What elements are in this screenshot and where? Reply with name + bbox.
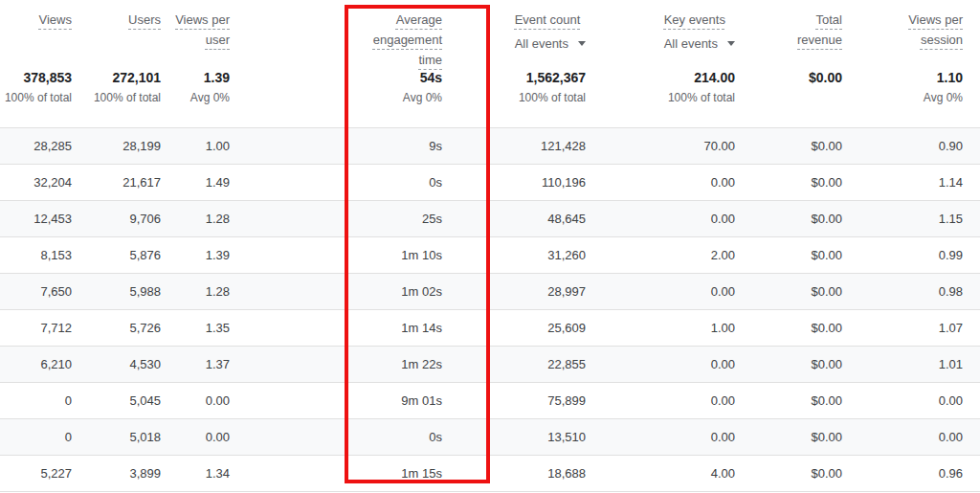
column-header-label[interactable]: Views per user — [172, 10, 230, 50]
column-header-views: Views — [0, 0, 81, 70]
cell-views-per-user: 1.34 — [170, 466, 239, 481]
totals-value: 214.00 — [595, 69, 735, 86]
table-body: 28,28528,1991.009s121,42870.00$0.000.903… — [0, 127, 980, 492]
cell-average-engagement-time: 1m 15s — [239, 466, 452, 481]
cell-average-engagement-time: 1m 10s — [239, 248, 452, 262]
column-header-views-per-session: Views per session — [852, 0, 980, 70]
cell-views: 6,210 — [0, 357, 81, 371]
cell-total-revenue: $0.00 — [745, 357, 852, 371]
events-filter-dropdown[interactable]: All events — [664, 34, 735, 54]
table-row: 32,20421,6171.490s110,1960.00$0.001.14 — [0, 164, 980, 200]
cell-views-per-user: 1.37 — [170, 357, 239, 371]
cell-total-revenue: $0.00 — [745, 466, 852, 481]
totals-cell: 272,101100% of total — [81, 69, 170, 127]
totals-subtext: Avg 0% — [852, 91, 963, 104]
column-header-key-events: Key eventsAll events — [595, 0, 745, 70]
column-header-label[interactable]: Views — [39, 10, 72, 30]
cell-event-count: 25,609 — [452, 321, 595, 335]
cell-users: 5,876 — [81, 248, 170, 262]
column-header-views-per-user: Views per user — [170, 0, 239, 70]
cell-users: 28,199 — [81, 139, 170, 153]
cell-views: 12,453 — [0, 212, 81, 226]
totals-value: $0.00 — [745, 69, 842, 86]
table-row: 5,2273,8991.341m 15s18,6884.00$0.000.96 — [0, 455, 980, 491]
cell-users: 21,617 — [81, 175, 170, 190]
cell-key-events: 0.00 — [595, 393, 745, 408]
cell-views: 0 — [0, 430, 81, 444]
column-header-block: Key eventsAll events — [664, 10, 735, 54]
column-header-label[interactable]: Event count — [515, 10, 581, 30]
cell-total-revenue: $0.00 — [745, 393, 852, 408]
cell-views-per-user: 1.35 — [170, 321, 239, 335]
cell-average-engagement-time: 0s — [239, 430, 452, 444]
cell-views-per-session: 1.07 — [852, 321, 980, 335]
chevron-down-icon — [578, 41, 586, 46]
cell-event-count: 18,688 — [452, 466, 595, 481]
cell-views: 32,204 — [0, 175, 81, 190]
cell-views-per-user: 0.00 — [170, 430, 239, 444]
table-row: 6,2104,5301.371m 22s22,8550.00$0.001.01 — [0, 346, 980, 382]
cell-views-per-session: 0.00 — [852, 430, 980, 444]
table-row: 7,6505,9881.281m 02s28,9970.00$0.000.98 — [0, 273, 980, 309]
table-row: 05,0180.000s13,5100.00$0.000.00 — [0, 418, 980, 455]
column-header-label[interactable]: Key events — [664, 10, 725, 30]
cell-average-engagement-time: 1m 02s — [239, 284, 452, 299]
cell-average-engagement-time: 1m 22s — [239, 357, 452, 371]
cell-views-per-session: 0.00 — [852, 393, 980, 408]
column-header-label[interactable]: Views per session — [903, 10, 963, 50]
cell-average-engagement-time: 9s — [239, 139, 452, 153]
totals-value: 1.39 — [170, 69, 230, 86]
totals-subtext: Avg 0% — [170, 91, 230, 104]
totals-value: 54s — [239, 69, 442, 86]
cell-event-count: 48,645 — [452, 212, 595, 226]
cell-total-revenue: $0.00 — [745, 139, 852, 153]
cell-total-revenue: $0.00 — [745, 175, 852, 190]
cell-event-count: 75,899 — [452, 393, 595, 408]
cell-average-engagement-time: 1m 14s — [239, 321, 452, 335]
totals-cell: $0.00 — [745, 69, 852, 127]
cell-users: 5,988 — [81, 284, 170, 299]
cell-users: 4,530 — [81, 357, 170, 371]
cell-event-count: 31,260 — [452, 248, 595, 262]
totals-cell: 54sAvg 0% — [239, 69, 452, 127]
table-header-row: ViewsUsersViews per userAverage engageme… — [0, 0, 980, 59]
cell-total-revenue: $0.00 — [745, 430, 852, 444]
cell-views-per-session: 1.14 — [852, 175, 980, 190]
column-header-block: Event countAll events — [515, 10, 586, 54]
cell-views-per-user: 1.28 — [170, 212, 239, 226]
cell-views-per-user: 1.28 — [170, 284, 239, 299]
totals-subtext: Avg 0% — [239, 91, 442, 104]
cell-average-engagement-time: 25s — [239, 212, 452, 226]
cell-views-per-session: 0.90 — [852, 139, 980, 153]
cell-views: 5,227 — [0, 466, 81, 481]
cell-event-count: 22,855 — [452, 357, 595, 371]
totals-cell: 1,562,367100% of total — [452, 69, 595, 127]
totals-subtext: 100% of total — [81, 91, 161, 104]
cell-users: 3,899 — [81, 466, 170, 481]
totals-subtext: 100% of total — [595, 91, 735, 104]
column-header-average-engagement-time: Average engagement time — [239, 0, 452, 70]
cell-key-events: 0.00 — [595, 430, 745, 444]
cell-event-count: 28,997 — [452, 284, 595, 299]
totals-cell: 1.39Avg 0% — [170, 69, 239, 127]
cell-users: 5,018 — [81, 430, 170, 444]
cell-views-per-user: 1.49 — [170, 175, 239, 190]
cell-key-events: 4.00 — [595, 466, 745, 481]
cell-key-events: 0.00 — [595, 284, 745, 299]
cell-key-events: 1.00 — [595, 321, 745, 335]
column-header-label[interactable]: Total revenue — [789, 10, 842, 50]
cell-views-per-user: 1.39 — [170, 248, 239, 262]
cell-views-per-session: 1.15 — [852, 212, 980, 226]
cell-key-events: 0.00 — [595, 212, 745, 226]
table-totals-row: 378,853100% of total272,101100% of total… — [0, 59, 980, 127]
column-header-label[interactable]: Users — [128, 10, 161, 30]
totals-subtext: 100% of total — [452, 91, 586, 104]
cell-users: 9,706 — [81, 212, 170, 226]
column-header-label[interactable]: Average engagement time — [362, 10, 442, 70]
cell-event-count: 110,196 — [452, 175, 595, 190]
totals-cell: 378,853100% of total — [0, 69, 81, 127]
chevron-down-icon — [727, 41, 735, 46]
events-filter-dropdown[interactable]: All events — [515, 34, 586, 54]
totals-value: 272,101 — [81, 69, 161, 86]
cell-views: 7,712 — [0, 321, 81, 335]
